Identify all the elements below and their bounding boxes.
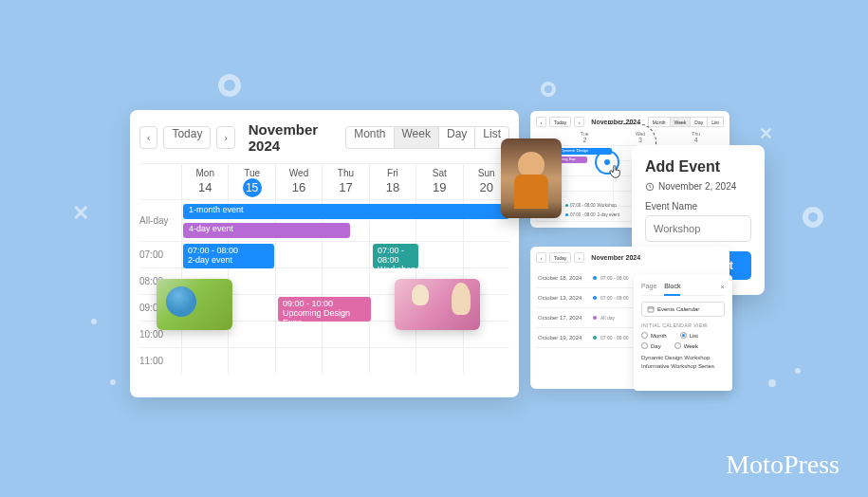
event-name-label: Event Name: [645, 201, 751, 212]
day-header-row: Mon 14 Tue 15 Wed 16 Thu 17 Fri 18 Sat 1…: [139, 164, 509, 199]
dot-icon: [593, 296, 597, 300]
day-name: Wed: [276, 168, 322, 178]
mini-view-week[interactable]: Week: [671, 117, 692, 127]
event-title: 2-day event: [188, 256, 269, 266]
mini-event-dot[interactable]: 07:00 - 08:00 Workshop: [561, 203, 617, 208]
list-time: All day: [600, 315, 615, 321]
event-title: Workshop: [378, 266, 414, 275]
radio-group-view: Month List Day Week: [641, 332, 725, 349]
photo-placeholder-icon: [395, 279, 480, 330]
radio-list[interactable]: List: [680, 332, 698, 339]
motopress-logo: MotoPress: [726, 450, 840, 480]
deco-circle-icon: [541, 82, 556, 97]
prev-button[interactable]: ‹: [139, 126, 157, 149]
deco-circle-icon: [218, 74, 241, 97]
mini-next-button[interactable]: ›: [574, 117, 584, 127]
svg-rect-1: [648, 307, 654, 312]
day-column-mon[interactable]: Mon 14: [181, 164, 228, 199]
calendar-panel: ‹ Today › November 2024 Month Week Day L…: [130, 110, 519, 397]
mini-view-day[interactable]: Day: [691, 117, 708, 127]
view-day-button[interactable]: Day: [439, 126, 475, 149]
list-date: October 19, 2024: [538, 335, 593, 341]
hour-label: 11:00: [139, 348, 181, 374]
event-title: Upcoming Design Expo: [283, 309, 366, 328]
radio-month[interactable]: Month: [641, 332, 667, 339]
close-icon[interactable]: ×: [720, 283, 725, 291]
mini-event-title: Workshop: [598, 203, 617, 208]
event-design-expo[interactable]: 09:00 - 10:00 Upcoming Design Expo: [278, 297, 371, 322]
hour-row-11: 11:00: [139, 347, 509, 374]
tab-block[interactable]: Block: [664, 283, 680, 296]
block-type-field[interactable]: Events Calendar: [641, 302, 725, 317]
view-month-button[interactable]: Month: [345, 126, 394, 149]
deco-circle-icon: [803, 207, 823, 228]
photo-placeholder-icon: [157, 279, 232, 330]
mini-event-bar[interactable]: ning Exp: [559, 156, 587, 163]
calendar-title: November 2024: [249, 121, 340, 154]
dot-icon: [593, 316, 597, 320]
day-name: Tue: [229, 168, 274, 178]
day-column-tue[interactable]: Tue 15: [228, 164, 274, 199]
list-header: ‹ Today › November 2024: [536, 252, 724, 263]
mini-event-time: 07:00 - 08:00: [570, 212, 596, 217]
block-link[interactable]: Informative Workshop Series: [641, 363, 725, 369]
view-week-button[interactable]: Week: [395, 126, 439, 149]
radio-label: Week: [684, 343, 698, 349]
deco-dot-icon: [768, 379, 776, 387]
radio-week[interactable]: Week: [674, 342, 698, 349]
dot-icon: [593, 336, 597, 340]
day-column-fri[interactable]: Fri 18: [369, 164, 416, 199]
block-field-label: Events Calendar: [657, 306, 699, 312]
list-today-button[interactable]: Today: [549, 252, 571, 263]
mini-view-month[interactable]: Month: [648, 117, 671, 127]
list-time: 07:00 - 08:00: [600, 275, 628, 281]
day-name: Sat: [416, 168, 462, 178]
radio-label: Month: [651, 333, 667, 339]
block-settings-panel: Page Block × Events Calendar INITIAL CAL…: [634, 275, 732, 391]
day-number-today-badge: 15: [243, 178, 262, 197]
cursor-hand-icon: [607, 163, 624, 180]
day-number: 19: [416, 180, 462, 194]
mini-today-button[interactable]: Today: [549, 117, 571, 127]
day-number: 18: [370, 180, 416, 194]
mini-day-number: 4: [668, 137, 724, 143]
next-button[interactable]: ›: [216, 126, 234, 149]
day-name: Mon: [182, 168, 228, 178]
list-title: November 2024: [591, 254, 640, 261]
tab-page[interactable]: Page: [641, 283, 656, 291]
event-bar-4day[interactable]: 4-day event: [183, 223, 350, 238]
event-bar-month[interactable]: 1-month event: [183, 204, 509, 219]
event-workshop[interactable]: 07:00 - 08:00 Workshop: [373, 244, 418, 268]
mini-prev-button[interactable]: ‹: [536, 117, 546, 127]
popover-date-text: November 2, 2024: [658, 181, 736, 192]
event-name-input[interactable]: [645, 215, 751, 242]
list-time: 07:00 - 08:00: [600, 335, 628, 341]
clock-icon: [645, 182, 655, 192]
mini-view-list[interactable]: List: [708, 117, 724, 127]
photo-card-yoga-class: [395, 279, 480, 330]
block-section-title: INITIAL CALENDAR VIEW: [641, 322, 725, 328]
popover-title: Add Event: [645, 158, 751, 175]
calendar-icon: [647, 305, 655, 313]
day-column-sat[interactable]: Sat 19: [416, 164, 462, 199]
event-2day[interactable]: 07:00 - 08:00 2-day event: [183, 244, 274, 268]
view-switcher: Month Week Day List: [345, 126, 509, 149]
radio-label: Day: [651, 343, 661, 349]
mini-event-dot[interactable]: 07:00 - 08:00 2-day event: [561, 212, 619, 217]
today-button[interactable]: Today: [163, 126, 211, 149]
dot-icon: [593, 276, 597, 280]
block-link[interactable]: Dynamic Design Workshop: [641, 355, 725, 360]
day-number: 17: [323, 180, 368, 194]
deco-x-icon: ✕: [72, 201, 89, 226]
block-tabs: Page Block ×: [641, 283, 725, 296]
mini-event-time: 07:00 - 08:00: [570, 203, 596, 208]
list-prev-button[interactable]: ‹: [536, 252, 546, 263]
list-next-button[interactable]: ›: [574, 252, 584, 263]
day-name: Thu: [323, 168, 368, 178]
all-day-row: All-day 1-month event 4-day event: [139, 199, 509, 241]
list-date: October 13, 2024: [538, 295, 593, 301]
day-column-thu[interactable]: Thu 17: [322, 164, 368, 199]
day-column-wed[interactable]: Wed 16: [275, 164, 322, 199]
radio-day[interactable]: Day: [641, 342, 661, 349]
deco-dot-icon: [110, 379, 116, 385]
